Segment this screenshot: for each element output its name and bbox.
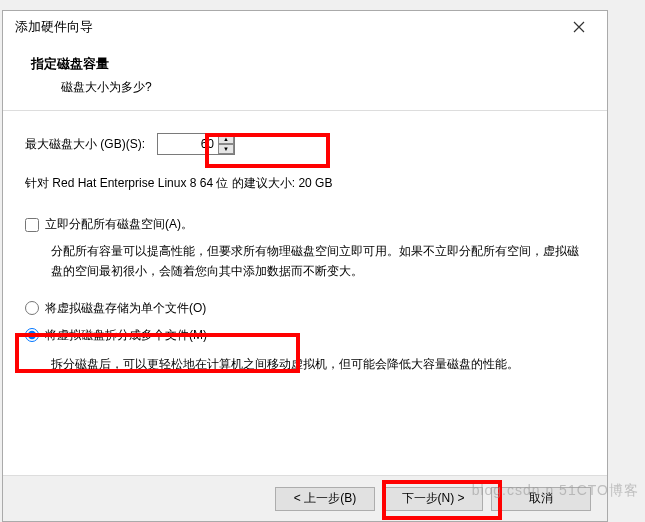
close-button[interactable] (559, 13, 599, 41)
highlight-next-button (382, 480, 502, 520)
header-subtitle: 磁盘大小为多少? (31, 79, 579, 96)
wizard-header: 指定磁盘容量 磁盘大小为多少? (3, 43, 607, 104)
single-file-row: 将虚拟磁盘存储为单个文件(O) (25, 300, 585, 317)
allocate-now-description: 分配所有容量可以提高性能，但要求所有物理磁盘空间立即可用。如果不立即分配所有空间… (25, 241, 585, 282)
disk-size-label: 最大磁盘大小 (GB)(S): (25, 136, 145, 153)
add-hardware-wizard-dialog: 添加硬件向导 指定磁盘容量 磁盘大小为多少? 最大磁盘大小 (GB)(S): ▲… (2, 10, 608, 522)
single-file-label: 将虚拟磁盘存储为单个文件(O) (45, 300, 206, 317)
allocate-now-checkbox[interactable] (25, 218, 39, 232)
highlight-multi-file (15, 333, 300, 373)
close-icon (573, 21, 585, 33)
allocate-now-label: 立即分配所有磁盘空间(A)。 (45, 216, 193, 233)
single-file-radio[interactable] (25, 301, 39, 315)
allocate-now-row: 立即分配所有磁盘空间(A)。 (25, 216, 585, 233)
cancel-button[interactable]: 取消 (491, 487, 591, 511)
back-button[interactable]: < 上一步(B) (275, 487, 375, 511)
highlight-disk-size (205, 133, 330, 168)
recommended-size: 针对 Red Hat Enterprise Linux 8 64 位 的建议大小… (25, 175, 585, 192)
divider (3, 110, 607, 111)
header-title: 指定磁盘容量 (31, 55, 579, 73)
button-bar: < 上一步(B) 下一步(N) > 取消 (3, 475, 607, 521)
dialog-title: 添加硬件向导 (15, 18, 93, 36)
titlebar: 添加硬件向导 (3, 11, 607, 43)
